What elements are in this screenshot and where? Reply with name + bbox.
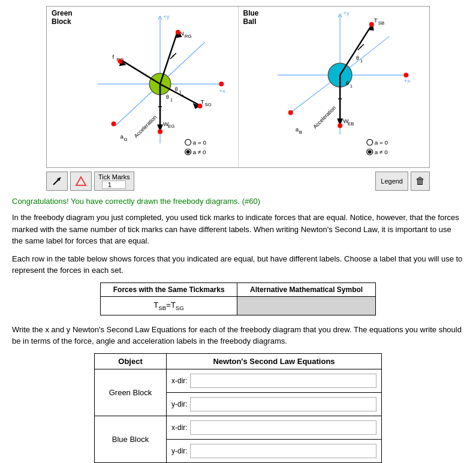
tick-marks-control[interactable]: Tick Marks bbox=[94, 172, 134, 191]
forces-table-row: TSB=TSG bbox=[101, 296, 376, 315]
svg-point-40 bbox=[176, 30, 180, 35]
svg-text:SB: SB bbox=[378, 20, 384, 26]
blue-ydir-label: y-dir: bbox=[171, 447, 188, 455]
svg-marker-91 bbox=[76, 177, 86, 185]
svg-text:B: B bbox=[299, 130, 302, 135]
svg-text:+x: +x bbox=[219, 88, 225, 94]
svg-text:1: 1 bbox=[179, 90, 182, 94]
svg-text:EB: EB bbox=[348, 121, 354, 127]
svg-point-49 bbox=[186, 150, 190, 154]
triangle-tool-button[interactable] bbox=[70, 172, 92, 191]
paragraph1: In the freebody diagram you just complet… bbox=[12, 212, 464, 247]
newton-col2-header: Newton's Second Law Equations bbox=[167, 353, 382, 369]
svg-text:+x: +x bbox=[403, 77, 410, 84]
newton-table: Object Newton's Second Law Equations Gre… bbox=[94, 353, 382, 463]
svg-text:Acceleration: Acceleration bbox=[312, 105, 337, 130]
blue-ydir-cell: y-dir: bbox=[167, 439, 382, 462]
paragraph2: Each row in the table below shows forces… bbox=[12, 253, 464, 276]
blue-xdir-label: x-dir: bbox=[171, 423, 188, 432]
svg-text:a = 0: a = 0 bbox=[193, 139, 207, 146]
svg-text:θ: θ bbox=[175, 86, 178, 92]
svg-line-62 bbox=[340, 23, 373, 75]
green-ydir-input[interactable] bbox=[190, 397, 376, 411]
svg-text:f: f bbox=[113, 53, 115, 60]
svg-text:Acceleration: Acceleration bbox=[133, 114, 158, 139]
green-xdir-cell: x-dir: bbox=[167, 369, 382, 392]
blue-ydir-input[interactable] bbox=[190, 444, 376, 458]
svg-text:1: 1 bbox=[360, 59, 362, 63]
blue-block-object-label: Blue Block bbox=[95, 416, 167, 462]
svg-text:θ: θ bbox=[346, 80, 349, 86]
triangle-icon bbox=[75, 175, 87, 187]
svg-text:+y: +y bbox=[343, 10, 350, 16]
trash-icon: 🗑 bbox=[415, 176, 425, 187]
congratulations-text: Congratulations! You have correctly draw… bbox=[12, 197, 464, 206]
legend-label: Legend bbox=[381, 178, 403, 185]
green-block-object-label: Green Block bbox=[95, 369, 167, 416]
green-block-label: GreenBlock bbox=[52, 9, 73, 26]
svg-text:T: T bbox=[373, 17, 377, 23]
svg-text:EG: EG bbox=[168, 124, 174, 129]
forces-col2-header: Alternative Mathematical Symbol bbox=[237, 282, 376, 296]
svg-text:θ: θ bbox=[356, 55, 358, 61]
green-xdir-label: x-dir: bbox=[171, 377, 188, 385]
svg-text:a ≠ 0: a ≠ 0 bbox=[193, 149, 206, 155]
svg-point-74 bbox=[338, 124, 342, 128]
freebody-diagram: GreenBlock +y +x bbox=[46, 6, 430, 168]
svg-text:SG: SG bbox=[204, 102, 211, 107]
svg-point-76 bbox=[288, 110, 293, 115]
svg-text:a = 0: a = 0 bbox=[374, 139, 388, 146]
svg-line-16 bbox=[173, 53, 176, 56]
svg-text:θ: θ bbox=[166, 94, 169, 100]
newton-table-row-green: Green Block x-dir: bbox=[95, 369, 382, 392]
newton-table-row-blue: Blue Block x-dir: bbox=[95, 416, 382, 439]
blue-ball-svg: +y +x T SB W bbox=[239, 7, 430, 167]
blue-xdir-cell: x-dir: bbox=[167, 416, 382, 439]
green-xdir-input[interactable] bbox=[190, 374, 376, 388]
symbol-input-cell[interactable] bbox=[237, 296, 376, 315]
svg-point-87 bbox=[367, 150, 371, 154]
tick-marks-label: Tick Marks bbox=[98, 173, 130, 181]
tick-marks-input[interactable] bbox=[102, 181, 126, 189]
arrow-tool-button[interactable] bbox=[46, 172, 68, 191]
svg-text:N: N bbox=[180, 30, 184, 37]
blue-xdir-input[interactable] bbox=[190, 420, 376, 435]
blue-ball-label: BlueBall bbox=[243, 9, 259, 26]
svg-point-42 bbox=[158, 129, 162, 134]
paragraph3: Write the x and y Newton's Second Law Eq… bbox=[12, 324, 464, 347]
symbol-input[interactable] bbox=[237, 297, 375, 315]
green-ydir-label: y-dir: bbox=[171, 400, 188, 408]
forces-table: Forces with the Same Tickmarks Alternati… bbox=[100, 282, 376, 315]
blue-ball-diagram: BlueBall +y +x T bbox=[239, 7, 430, 167]
newton-col1-header: Object bbox=[95, 353, 167, 369]
svg-point-46 bbox=[185, 139, 191, 145]
diagram-toolbar: Tick Marks Legend 🗑 bbox=[46, 172, 430, 191]
svg-point-75 bbox=[403, 73, 408, 77]
svg-text:1: 1 bbox=[350, 84, 353, 88]
svg-text:a ≠ 0: a ≠ 0 bbox=[374, 149, 387, 155]
svg-point-73 bbox=[369, 22, 373, 27]
svg-text:G: G bbox=[123, 137, 127, 142]
svg-text:T: T bbox=[201, 98, 204, 105]
green-ydir-cell: y-dir: bbox=[167, 392, 382, 416]
svg-point-84 bbox=[366, 139, 372, 145]
svg-text:1: 1 bbox=[170, 98, 173, 102]
svg-point-45 bbox=[219, 82, 224, 86]
arrow-icon bbox=[51, 175, 63, 187]
forces-col1-header: Forces with the Same Tickmarks bbox=[101, 282, 237, 296]
green-block-diagram: GreenBlock +y +x bbox=[47, 7, 239, 167]
svg-line-19 bbox=[122, 60, 161, 84]
svg-point-44 bbox=[112, 122, 116, 127]
svg-point-41 bbox=[118, 59, 123, 64]
svg-text:+y: +y bbox=[163, 13, 170, 20]
legend-button[interactable]: Legend bbox=[375, 172, 408, 191]
green-block-svg: +y +x N RG bbox=[47, 7, 238, 167]
svg-point-43 bbox=[198, 104, 203, 109]
svg-text:RG: RG bbox=[185, 34, 192, 39]
svg-line-65 bbox=[360, 44, 363, 48]
forces-cell: TSB=TSG bbox=[101, 296, 237, 315]
trash-button[interactable]: 🗑 bbox=[411, 172, 430, 191]
